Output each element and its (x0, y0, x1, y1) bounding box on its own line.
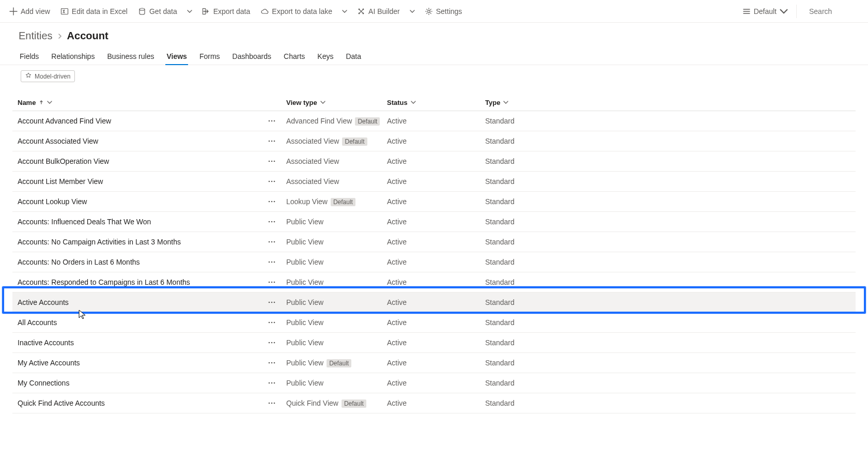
more-actions-button[interactable] (266, 377, 278, 389)
column-header-status[interactable]: Status (382, 95, 480, 111)
column-header-view-type[interactable]: View type (281, 95, 382, 111)
get-data-button[interactable]: Get data (134, 3, 181, 20)
default-badge: Default (342, 399, 366, 408)
svg-point-39 (269, 322, 270, 324)
table-row[interactable]: Account List Member ViewAssociated ViewA… (12, 172, 856, 192)
row-name[interactable]: Account Advanced Find View (12, 111, 260, 131)
tab-charts[interactable]: Charts (283, 48, 306, 65)
svg-point-45 (269, 362, 270, 364)
row-type: Standard (480, 373, 856, 393)
svg-point-47 (274, 362, 275, 364)
export-data-button[interactable]: Export data (198, 3, 255, 20)
row-name[interactable]: Inactive Accounts (12, 333, 260, 353)
tab-forms[interactable]: Forms (198, 48, 221, 65)
breadcrumb-parent[interactable]: Entities (19, 30, 53, 42)
more-actions-button[interactable] (266, 236, 278, 248)
model-driven-filter-pill[interactable]: Model-driven (21, 70, 75, 82)
settings-button[interactable]: Settings (421, 3, 467, 20)
more-actions-button[interactable] (266, 195, 278, 208)
row-type: Standard (480, 313, 856, 333)
row-view-type-label: Public View (286, 379, 323, 387)
svg-point-24 (269, 221, 270, 223)
tab-keys[interactable]: Keys (316, 48, 334, 65)
more-actions-button[interactable] (266, 216, 278, 228)
more-actions-button[interactable] (266, 296, 278, 309)
tab-relationships[interactable]: Relationships (50, 48, 96, 65)
row-view-type: Lookup ViewDefault (281, 192, 382, 212)
svg-point-19 (271, 181, 273, 182)
table-row[interactable]: Quick Find Active AccountsQuick Find Vie… (12, 393, 856, 413)
row-status: Active (382, 131, 480, 151)
table-row[interactable]: Accounts: No Campaign Activities in Last… (12, 232, 856, 252)
get-data-chevron[interactable] (183, 3, 196, 20)
row-name[interactable]: Quick Find Active Accounts (12, 393, 260, 413)
row-name[interactable]: All Accounts (12, 313, 260, 333)
tab-fields[interactable]: Fields (19, 48, 40, 65)
table-row[interactable]: Accounts: Influenced Deals That We WonPu… (12, 212, 856, 232)
more-actions-button[interactable] (266, 316, 278, 329)
column-header-name[interactable]: Name (12, 95, 260, 111)
table-row[interactable]: Account Advanced Find ViewAdvanced Find … (12, 111, 856, 131)
table-row[interactable]: Account Lookup ViewLookup ViewDefaultAct… (12, 192, 856, 212)
more-actions-button[interactable] (266, 397, 278, 409)
table-row[interactable]: Account Associated ViewAssociated ViewDe… (12, 131, 856, 151)
svg-point-18 (269, 181, 270, 182)
export-to-lake-button[interactable]: Export to data lake (256, 3, 336, 20)
more-actions-button[interactable] (266, 135, 278, 147)
row-name[interactable]: Active Accounts (12, 293, 260, 313)
command-bar-divider (796, 5, 797, 18)
tab-views[interactable]: Views (165, 48, 188, 65)
table-row[interactable]: My Active AccountsPublic ViewDefaultActi… (12, 353, 856, 373)
row-view-type: Associated View (281, 151, 382, 172)
more-actions-button[interactable] (266, 115, 278, 127)
more-actions-button[interactable] (266, 276, 278, 288)
row-name[interactable]: Accounts: No Campaign Activities in Last… (12, 232, 260, 252)
tab-data[interactable]: Data (345, 48, 362, 65)
row-view-type: Associated View (281, 172, 382, 192)
table-row[interactable]: My ConnectionsPublic ViewActiveStandard (12, 373, 856, 393)
breadcrumb: Entities Account (0, 23, 868, 45)
search-input[interactable] (808, 7, 849, 16)
table-row[interactable]: Accounts: No Orders in Last 6 MonthsPubl… (12, 252, 856, 272)
row-name[interactable]: Account Associated View (12, 131, 260, 151)
table-row[interactable]: Active AccountsPublic ViewActiveStandard (12, 293, 856, 313)
row-name[interactable]: Accounts: Responded to Campaigns in Last… (12, 272, 260, 293)
svg-point-26 (274, 221, 275, 223)
row-name[interactable]: Accounts: Influenced Deals That We Won (12, 212, 260, 232)
svg-point-37 (271, 302, 273, 303)
ai-builder-button[interactable]: AI Builder (353, 3, 404, 20)
more-actions-button[interactable] (266, 336, 278, 349)
svg-point-27 (269, 241, 270, 243)
search-box[interactable] (801, 3, 863, 20)
table-row[interactable]: Inactive AccountsPublic ViewActiveStanda… (12, 333, 856, 353)
row-more-cell (260, 232, 281, 252)
more-actions-button[interactable] (266, 175, 278, 188)
ai-builder-chevron[interactable] (406, 3, 419, 20)
table-row[interactable]: All AccountsPublic ViewActiveStandard (12, 313, 856, 333)
more-actions-button[interactable] (266, 256, 278, 268)
row-name[interactable]: My Active Accounts (12, 353, 260, 373)
row-name[interactable]: Account BulkOperation View (12, 151, 260, 172)
row-view-type-label: Public View (286, 359, 323, 367)
row-status: Active (382, 293, 480, 313)
row-name[interactable]: Accounts: No Orders in Last 6 Months (12, 252, 260, 272)
row-name[interactable]: Account List Member View (12, 172, 260, 192)
edit-in-excel-button[interactable]: Edit data in Excel (56, 3, 132, 20)
row-view-type-label: Lookup View (286, 197, 328, 206)
list-icon (742, 7, 751, 16)
row-name[interactable]: My Connections (12, 373, 260, 393)
more-actions-button[interactable] (266, 155, 278, 167)
table-row[interactable]: Accounts: Responded to Campaigns in Last… (12, 272, 856, 293)
export-to-lake-chevron[interactable] (338, 3, 351, 20)
table-row[interactable]: Account BulkOperation ViewAssociated Vie… (12, 151, 856, 172)
default-view-switch[interactable]: Default (738, 3, 792, 20)
svg-point-12 (269, 141, 270, 142)
column-header-type[interactable]: Type (480, 95, 856, 111)
row-view-type: Advanced Find ViewDefault (281, 111, 382, 131)
row-name[interactable]: Account Lookup View (12, 192, 260, 212)
chevron-down-icon (503, 99, 508, 106)
more-actions-button[interactable] (266, 357, 278, 369)
tab-dashboards[interactable]: Dashboards (231, 48, 273, 65)
tab-business-rules[interactable]: Business rules (106, 48, 155, 65)
add-view-button[interactable]: Add view (5, 3, 54, 20)
